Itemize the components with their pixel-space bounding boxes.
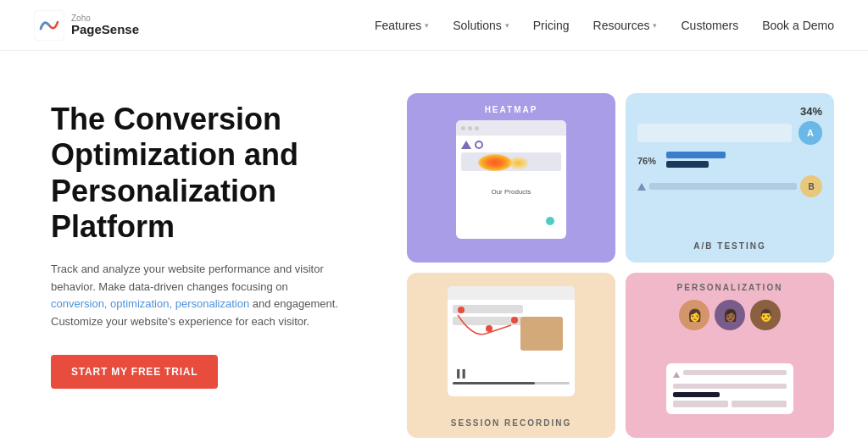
features-caret-icon: ▾ [425, 21, 429, 30]
ab-testing-card: 34% A 76% [626, 93, 834, 263]
ab-bar-section: 76% [637, 152, 822, 170]
person-bar-1 [683, 370, 787, 375]
heatmap-heat-spot-1 [478, 154, 512, 171]
hero-headline: The Conversion Optimization and Personal… [51, 102, 373, 246]
session-package-icon [520, 317, 563, 351]
heatmap-bar-area [461, 152, 561, 185]
main-nav: Features ▾ Solutions ▾ Pricing Resources… [375, 19, 834, 32]
main-content: The Conversion Optimization and Personal… [0, 51, 868, 448]
person-triangle-icon [673, 372, 680, 378]
logo-pagesense-label: PageSense [71, 23, 139, 37]
ab-bar-row-1 [666, 152, 822, 158]
person-bar-dark [673, 392, 720, 397]
heatmap-card: HEATMAP [407, 93, 615, 263]
dot-2 [468, 126, 472, 130]
person-avatar-3: 👨 [750, 300, 781, 330]
cta-button[interactable]: START MY FREE TRIAL [51, 355, 218, 389]
session-dot-1 [458, 307, 465, 313]
nav-features[interactable]: Features ▾ [375, 19, 429, 32]
session-progress-track [453, 382, 570, 384]
solutions-caret-icon: ▾ [505, 21, 509, 30]
hero-left: The Conversion Optimization and Personal… [51, 93, 373, 389]
nav-solutions[interactable]: Solutions ▾ [453, 19, 509, 32]
ab-triangle-icon [637, 183, 646, 191]
ab-percent-top: 34% [637, 105, 822, 118]
ab-inner: 34% A 76% [626, 105, 834, 197]
resources-caret-icon: ▾ [653, 21, 657, 30]
ab-input-mock-a [637, 124, 792, 142]
heatmap-card-label: HEATMAP [485, 105, 538, 114]
ab-percent-mid: 76% [637, 156, 659, 166]
person-avatar-face-1: 👩 [679, 300, 709, 330]
ab-bar-light [649, 183, 797, 190]
hm-triangle-icon [461, 141, 471, 149]
heatmap-bar-bg [461, 152, 561, 171]
person-input-2 [732, 401, 787, 407]
hm-circle-icon [475, 141, 483, 149]
personalization-card: PERSONALIZATION 👩 👩🏾 👨 [626, 273, 834, 438]
session-card-label: SESSION RECORDING [451, 418, 571, 428]
ab-bar-dark [666, 161, 709, 168]
heatmap-small-dot [546, 217, 554, 225]
session-card: ▐▐ SESSION RECORDING [407, 273, 615, 438]
person-bar-2 [673, 384, 787, 389]
heatmap-inner: Our Products [456, 120, 566, 239]
person-avatar-2: 👩🏾 [715, 300, 745, 330]
person-card-inner [666, 363, 793, 414]
heatmap-shapes [461, 141, 561, 149]
nav-resources[interactable]: Resources ▾ [593, 19, 658, 32]
session-topbar [448, 286, 575, 300]
dot-1 [461, 126, 465, 130]
person-input-1 [673, 401, 728, 407]
ab-avatar-a: A [798, 121, 822, 145]
session-dot-2 [486, 325, 492, 332]
nav-customers[interactable]: Customers [681, 19, 738, 32]
person-avatar-face-2: 👩🏾 [715, 300, 745, 330]
cards-grid: HEATMAP [407, 93, 834, 438]
logo-icon [34, 10, 64, 41]
ab-avatar-b: B [800, 175, 822, 197]
personalization-card-label: PERSONALIZATION [677, 283, 783, 292]
ab-card-label: A/B TESTING [693, 241, 765, 251]
session-content: ▐▐ [448, 300, 575, 396]
ab-bar-row-2 [666, 161, 822, 168]
person-card-topbar [673, 370, 787, 379]
person-avatars: 👩 👩🏾 👨 [679, 300, 781, 330]
heatmap-topbar [456, 120, 566, 136]
logo[interactable]: Zoho PageSense [34, 10, 139, 41]
dot-3 [475, 126, 479, 130]
person-input-row [673, 401, 787, 407]
heatmap-content: Our Products [456, 136, 566, 201]
nav-book-demo[interactable]: Book a Demo [762, 19, 834, 32]
ab-bar-fill-1 [666, 152, 726, 158]
session-dot-3 [511, 317, 518, 324]
nav-pricing[interactable]: Pricing [533, 19, 570, 32]
hero-subtext: Track and analyze your website performan… [51, 261, 339, 331]
session-progress-filled [453, 382, 535, 384]
person-avatar-face-3: 👨 [750, 300, 781, 330]
session-play-icon: ▐▐ [454, 369, 465, 378]
heatmap-heat-spot-2 [508, 157, 529, 169]
ab-bar-group [666, 152, 822, 170]
heatmap-products-label: Our Products [461, 188, 561, 196]
ab-shapes-row: B [637, 175, 822, 197]
header: Zoho PageSense Features ▾ Solutions ▾ Pr… [0, 0, 868, 51]
person-avatar-1: 👩 [679, 300, 709, 330]
session-inner: ▐▐ [448, 286, 575, 396]
ab-test-row-a: A [637, 121, 822, 145]
logo-text: Zoho PageSense [71, 14, 139, 37]
